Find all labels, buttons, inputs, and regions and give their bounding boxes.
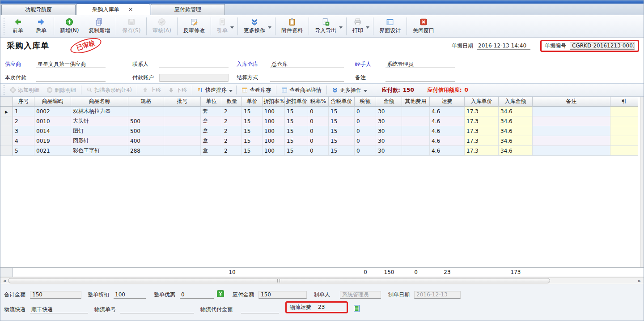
grid-cell[interactable] <box>164 146 201 156</box>
grid-cell[interactable]: 0010 <box>34 116 71 126</box>
grid-toolbar-quick-sort-button[interactable]: 快速排序 <box>194 85 235 95</box>
grid-cell[interactable]: 100 <box>263 146 285 156</box>
dropdown-caret-icon[interactable] <box>229 90 233 92</box>
grid-cell[interactable]: 30 <box>376 116 402 126</box>
express-field[interactable]: 顺丰快递 <box>30 306 88 313</box>
toolbar-attachment-button[interactable]: 附件资料 <box>276 17 308 36</box>
grid-cell[interactable] <box>610 116 638 126</box>
grid-cell[interactable]: 17.3 <box>465 146 499 156</box>
dropdown-caret-icon[interactable] <box>366 26 369 29</box>
settle-field[interactable] <box>270 74 344 81</box>
grid-cell[interactable]: 1 <box>13 107 34 116</box>
toolbar-pull-doc-button[interactable]: 引单 <box>212 17 237 36</box>
grid-cell[interactable]: 15 <box>242 146 263 156</box>
warehouse-field[interactable]: 总仓库 <box>270 60 344 68</box>
grid-cell[interactable]: 34.6 <box>499 136 533 146</box>
grid-cell[interactable]: 0002 <box>34 107 71 116</box>
grid-cell[interactable]: 4 <box>13 136 34 146</box>
grid-cell[interactable]: 彩色工字钉 <box>71 146 128 156</box>
column-header[interactable]: 序号 <box>13 97 34 107</box>
column-header[interactable]: 含税单价 <box>329 97 355 107</box>
grid-cell[interactable]: 0 <box>308 107 329 116</box>
toolbar-import-export-button[interactable]: 导入导出 <box>310 17 345 36</box>
grid-cell[interactable]: 15 <box>285 107 308 116</box>
logistics-list-icon[interactable] <box>353 305 360 312</box>
grid-cell[interactable]: 5 <box>13 146 34 156</box>
column-header[interactable]: 引 <box>610 97 638 107</box>
toolbar-copy-new-button[interactable]: 复制新增 <box>84 17 115 36</box>
grid-cell[interactable]: 100 <box>263 116 285 126</box>
column-header[interactable]: 运费 <box>430 97 465 107</box>
grid-cell[interactable] <box>402 146 430 156</box>
grid-cell[interactable]: 4.6 <box>430 136 465 146</box>
grid-cell[interactable]: 400 <box>128 136 164 146</box>
column-header[interactable]: 入库单价 <box>465 97 499 107</box>
grid-cell[interactable]: 15 <box>329 107 355 116</box>
tracking-no-field[interactable] <box>120 306 194 313</box>
toolbar-drag-handle[interactable] <box>3 18 5 34</box>
toolbar-close-window-button[interactable]: 关闭窗口 <box>408 17 439 36</box>
grid-cell[interactable]: 15 <box>329 126 355 136</box>
grid-cell[interactable]: 30 <box>376 126 402 136</box>
column-header[interactable]: 备注 <box>533 97 610 107</box>
grid-cell[interactable]: 100 <box>263 107 285 116</box>
tab-close-icon[interactable]: × <box>127 7 134 12</box>
grid-cell[interactable]: 15 <box>285 146 308 156</box>
column-header[interactable]: 商品名称 <box>71 97 128 107</box>
handler-field[interactable]: 系统管理员 <box>386 60 455 68</box>
toolbar-more-ops-button[interactable]: 更多操作 <box>239 17 274 36</box>
grid-cell[interactable] <box>610 136 638 146</box>
grid-cell[interactable]: 30 <box>376 107 402 116</box>
supplier-field[interactable]: 星星文具第一供应商 <box>36 60 106 68</box>
toolbar-print-button[interactable]: 打印 <box>347 17 372 36</box>
grid-cell[interactable]: 15 <box>242 116 263 126</box>
column-header[interactable]: 金额 <box>376 97 402 107</box>
dropdown-caret-icon[interactable] <box>230 26 234 29</box>
row-header-cell[interactable] <box>0 126 13 136</box>
payment-field[interactable] <box>36 74 106 81</box>
grid-cell[interactable] <box>164 136 201 146</box>
row-header-cell[interactable]: ▶ <box>0 107 13 116</box>
dropdown-caret-icon[interactable] <box>339 26 343 29</box>
grid-cell[interactable]: 0 <box>308 146 329 156</box>
grid-cell[interactable]: 0 <box>355 107 376 116</box>
toolbar-ui-design-button[interactable]: 界面设计 <box>374 17 406 36</box>
grid-cell[interactable]: 30 <box>376 146 402 156</box>
account-field[interactable] <box>159 74 229 81</box>
grid-cell[interactable]: 100 <box>263 126 285 136</box>
grid-cell[interactable]: 套 <box>201 107 222 116</box>
grid-cell[interactable]: 15 <box>285 116 308 126</box>
grid-cell[interactable] <box>402 107 430 116</box>
column-header[interactable]: 税额 <box>355 97 376 107</box>
grid-cell[interactable]: 0019 <box>34 136 71 146</box>
row-header-cell[interactable] <box>0 146 13 156</box>
grid-cell[interactable]: 4.6 <box>430 126 465 136</box>
column-header[interactable]: 规格 <box>128 97 164 107</box>
grid-cell[interactable]: 500 <box>128 126 164 136</box>
grid-cell[interactable] <box>610 146 638 156</box>
total-amount-field[interactable]: 150 <box>30 291 81 299</box>
grid-cell[interactable]: 0 <box>355 146 376 156</box>
doc-date-field[interactable]: 2016-12-13 14:40 <box>477 42 530 50</box>
grid-cell[interactable]: 0 <box>308 136 329 146</box>
cod-amount-field[interactable] <box>241 306 279 313</box>
grid-cell[interactable] <box>610 107 638 116</box>
toolbar-unaudit-edit-button[interactable]: 反审修改 <box>178 17 210 36</box>
grid-cell[interactable]: 0 <box>355 116 376 126</box>
grid-cell[interactable] <box>164 116 201 126</box>
grid-vertical-scrollbar[interactable] <box>640 97 644 267</box>
grid-cell[interactable]: 4.6 <box>430 116 465 126</box>
grid-toolbar-view-stock-button[interactable]: 查看库存 <box>238 85 275 95</box>
toolbar-save-button[interactable]: 保存(S) <box>117 17 145 36</box>
grid-cell[interactable]: 34.6 <box>499 126 533 136</box>
column-header[interactable]: 折扣单价 <box>285 97 308 107</box>
grid-cell[interactable]: 30 <box>376 136 402 146</box>
grid-cell[interactable] <box>164 126 201 136</box>
column-header[interactable]: 入库金额 <box>499 97 533 107</box>
grid-cell[interactable]: 图钉 <box>71 126 128 136</box>
grid-cell[interactable]: 2 <box>13 116 34 126</box>
grid-cell[interactable] <box>402 126 430 136</box>
grid-cell[interactable]: 15 <box>242 126 263 136</box>
grid-cell[interactable] <box>164 107 201 116</box>
grid-cell[interactable]: 盒 <box>201 136 222 146</box>
